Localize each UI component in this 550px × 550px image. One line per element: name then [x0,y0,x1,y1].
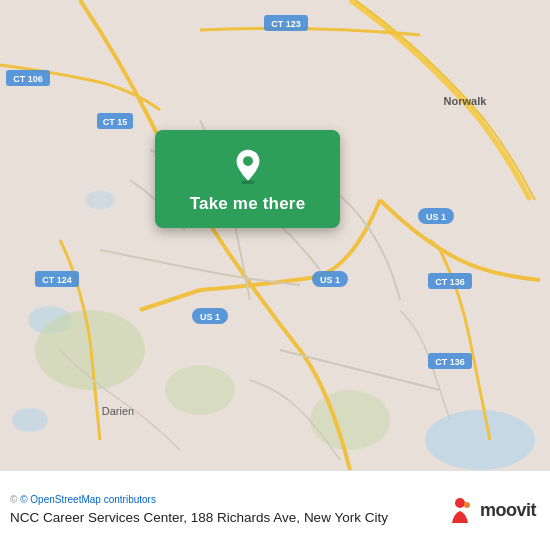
svg-point-31 [464,502,470,508]
svg-text:CT 15: CT 15 [103,117,128,127]
svg-text:CT 136: CT 136 [435,357,465,367]
take-me-there-button[interactable]: Take me there [155,130,340,228]
moovit-icon [444,495,476,527]
svg-point-3 [85,190,115,210]
svg-text:Norwalk: Norwalk [444,95,488,107]
svg-text:CT 124: CT 124 [42,275,72,285]
svg-text:Darien: Darien [102,405,134,417]
svg-point-29 [243,156,253,166]
location-pin-icon [230,148,266,184]
svg-point-6 [165,365,235,415]
svg-point-30 [455,498,465,508]
svg-point-1 [425,410,535,470]
location-info: © © OpenStreetMap contributors NCC Caree… [10,494,444,527]
bottom-info-bar: © © OpenStreetMap contributors NCC Caree… [0,470,550,550]
svg-text:CT 123: CT 123 [271,19,301,29]
location-address: NCC Career Services Center, 188 Richards… [10,509,444,527]
take-me-there-label: Take me there [190,194,306,214]
svg-text:CT 106: CT 106 [13,74,43,84]
moovit-logo[interactable]: moovit [444,495,536,527]
svg-point-7 [310,390,390,450]
svg-text:US 1: US 1 [320,275,340,285]
svg-text:US 1: US 1 [200,312,220,322]
map-view: CT 123 CT 106 CT 15 US 1 US 1 US 1 CT 12… [0,0,550,470]
osm-link[interactable]: © OpenStreetMap contributors [20,494,156,505]
svg-point-4 [12,408,48,432]
moovit-brand-label: moovit [480,500,536,521]
svg-rect-0 [0,0,550,470]
map-attribution: © © OpenStreetMap contributors [10,494,444,505]
svg-text:CT 136: CT 136 [435,277,465,287]
svg-text:US 1: US 1 [426,212,446,222]
